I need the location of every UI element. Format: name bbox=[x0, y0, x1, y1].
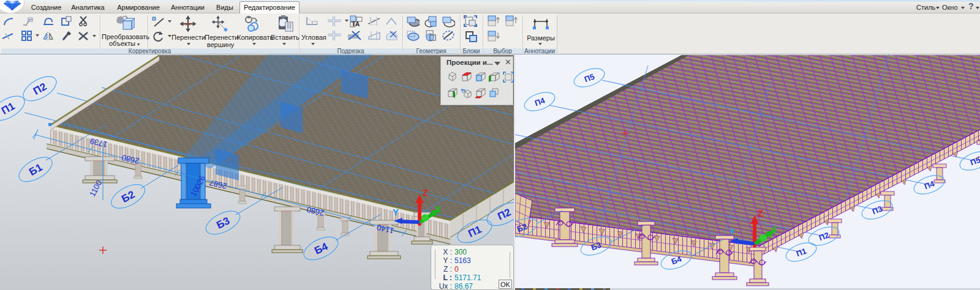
svg-text:XY: XY bbox=[185, 21, 191, 27]
svg-text:Y: Y bbox=[393, 207, 399, 217]
svg-text:Z: Z bbox=[758, 208, 763, 218]
svg-text:X: X bbox=[771, 225, 777, 235]
svg-text:Y: Y bbox=[729, 226, 735, 237]
svg-text:Z: Z bbox=[423, 187, 428, 198]
svg-text:X: X bbox=[435, 204, 441, 214]
